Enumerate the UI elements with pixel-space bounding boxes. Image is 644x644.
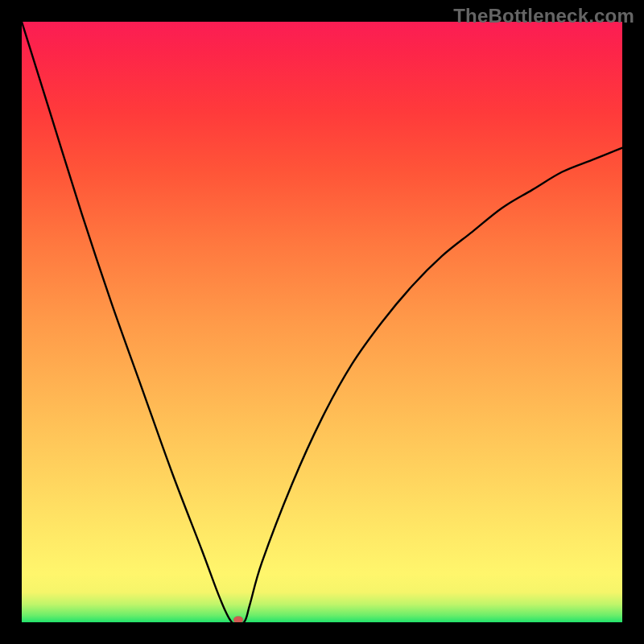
curve-path <box>22 22 622 622</box>
optimum-marker <box>233 617 243 622</box>
chart-frame: TheBottleneck.com <box>0 0 644 644</box>
watermark-text: TheBottleneck.com <box>453 5 634 27</box>
plot-area <box>22 22 622 622</box>
bottleneck-curve <box>22 22 622 622</box>
